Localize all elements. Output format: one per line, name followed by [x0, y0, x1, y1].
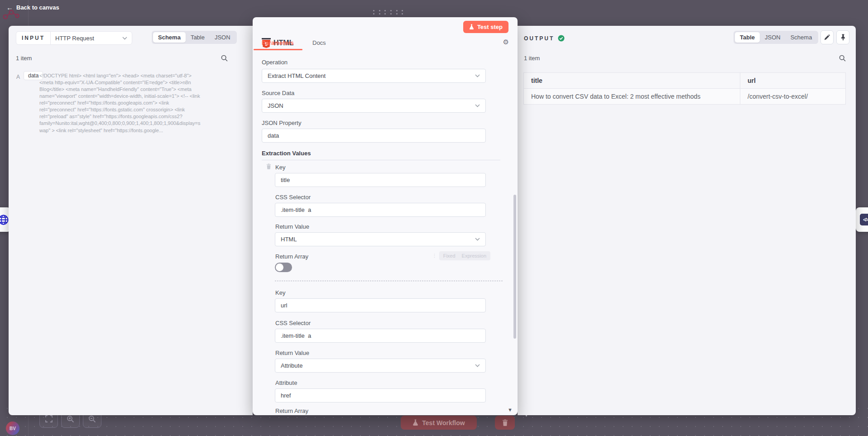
zoom-out-icon — [88, 415, 96, 423]
flask-icon — [412, 419, 418, 426]
test-workflow-label: Test Workflow — [422, 419, 465, 426]
key-value[interactable] — [281, 302, 480, 309]
input-view-toggle: Schema Table JSON — [152, 31, 237, 44]
input-tab-schema[interactable]: Schema — [153, 32, 186, 43]
json-property-input[interactable] — [262, 129, 486, 143]
schema-type-icon: A — [16, 74, 20, 80]
input-tab-json[interactable]: JSON — [210, 32, 235, 43]
chevron-down-icon — [475, 74, 480, 77]
attribute-input[interactable] — [275, 388, 486, 402]
output-tab-table[interactable]: Table — [735, 32, 760, 43]
test-step-button[interactable]: Test step — [463, 21, 508, 33]
key-label: Key — [275, 164, 285, 171]
attribute-label: Attribute — [275, 379, 297, 386]
output-panel-label: OUTPUT — [524, 35, 554, 42]
cell-url: /convert-csv-to-excel/ — [740, 89, 845, 104]
return-value-value: Attribute — [281, 362, 302, 369]
output-node-tab[interactable]: </> — [856, 207, 868, 232]
attribute-value[interactable] — [281, 392, 480, 399]
n8n-logo — [2, 8, 23, 20]
json-property-label: JSON Property — [262, 120, 301, 126]
chevron-down-icon — [475, 364, 480, 367]
return-value-label: Return Value — [275, 350, 309, 356]
input-search-icon[interactable] — [221, 55, 228, 62]
output-view-toggle: Table JSON Schema — [734, 31, 818, 44]
avatar-initials: BV — [10, 426, 16, 431]
key-label: Key — [275, 289, 285, 296]
chevron-down-icon — [475, 238, 480, 241]
modal-scrollbar[interactable] — [513, 195, 516, 339]
input-tab-table[interactable]: Table — [186, 32, 210, 43]
column-header-url[interactable]: url — [740, 73, 845, 89]
table-row[interactable]: How to convert CSV data to Excel: 2 most… — [524, 89, 845, 104]
return-value-value: HTML — [281, 236, 297, 243]
key-input[interactable] — [275, 298, 486, 312]
input-panel-label: INPUT — [16, 32, 51, 44]
delete-node-button[interactable] — [495, 416, 515, 430]
return-value-label: Return Value — [275, 223, 309, 230]
source-data-value: JSON — [268, 102, 283, 109]
css-selector-label: CSS Selector — [275, 320, 311, 326]
node-settings-gear-icon[interactable]: ⚙ — [503, 38, 509, 46]
globe-icon — [0, 214, 9, 225]
css-selector-input[interactable] — [275, 329, 486, 343]
output-tab-schema[interactable]: Schema — [786, 32, 817, 43]
input-source-value: HTTP Request — [51, 35, 122, 42]
json-property-value[interactable] — [268, 132, 480, 139]
operation-label: Operation — [262, 59, 288, 66]
remove-extraction-icon[interactable] — [266, 163, 271, 169]
node-detail-modal: 5 HTML Test step Parameters Docs ⚙ Opera… — [253, 17, 518, 415]
output-panel: OUTPUT Table JSON Schema 1 item title ur… — [518, 26, 856, 415]
pencil-icon — [824, 34, 830, 40]
css-selector-input[interactable] — [275, 203, 486, 217]
tab-parameters[interactable]: Parameters — [262, 39, 294, 46]
extraction-separator — [275, 281, 503, 281]
options-dots-icon[interactable]: ⋮ — [432, 254, 437, 258]
success-check-icon — [558, 35, 565, 42]
operation-select[interactable]: Extract HTML Content — [262, 69, 486, 83]
output-tab-json[interactable]: JSON — [760, 32, 786, 43]
output-search-icon[interactable] — [839, 55, 846, 62]
key-input[interactable] — [275, 173, 486, 187]
return-array-label: Return Array — [275, 407, 308, 414]
extraction-values-section-title: Extraction Values — [262, 150, 500, 160]
input-panel: INPUT HTTP Request Schema Table JSON 1 i… — [9, 26, 253, 415]
return-value-select[interactable]: Attribute — [275, 359, 486, 373]
source-data-label: Source Data — [262, 90, 294, 96]
pin-output-button[interactable] — [836, 30, 849, 44]
user-avatar[interactable]: BV — [6, 422, 19, 435]
operation-value: Extract HTML Content — [268, 72, 326, 79]
active-tab-underline — [254, 49, 302, 50]
test-step-label: Test step — [477, 24, 503, 30]
column-header-title[interactable]: title — [524, 73, 740, 89]
css-selector-value[interactable] — [281, 332, 480, 339]
toggle-knob — [276, 264, 283, 271]
expression-chip[interactable]: Expression — [459, 252, 489, 259]
scroll-down-indicator[interactable]: ▼ — [508, 407, 513, 412]
pin-icon — [840, 34, 846, 41]
panel-drag-handle[interactable] — [373, 10, 404, 14]
css-selector-label: CSS Selector — [275, 194, 311, 201]
trash-icon — [502, 419, 508, 426]
chevron-down-icon — [122, 37, 127, 40]
schema-field-value: <!DOCTYPE html> <html lang="en"> <head> … — [39, 72, 201, 134]
zoom-to-fit-icon — [45, 415, 53, 422]
flask-icon — [469, 24, 474, 30]
output-table: title url How to convert CSV data to Exc… — [523, 72, 846, 105]
input-source-select[interactable]: INPUT HTTP Request — [16, 31, 132, 45]
table-header-row: title url — [524, 73, 845, 89]
css-selector-value[interactable] — [281, 206, 480, 213]
source-data-select[interactable]: JSON — [262, 99, 486, 113]
return-array-label: Return Array — [275, 253, 308, 260]
test-workflow-button[interactable]: Test Workflow — [401, 416, 477, 430]
return-value-select[interactable]: HTML — [275, 232, 486, 246]
return-array-toggle[interactable] — [275, 263, 292, 272]
fixed-chip[interactable]: Fixed — [440, 252, 459, 259]
input-items-count: 1 item — [16, 55, 32, 62]
tab-docs[interactable]: Docs — [312, 39, 326, 46]
zoom-in-icon — [67, 415, 74, 423]
edit-output-button[interactable] — [820, 30, 834, 44]
cell-title: How to convert CSV data to Excel: 2 most… — [524, 89, 740, 104]
key-value[interactable] — [281, 177, 480, 183]
code-icon: </> — [860, 214, 868, 225]
